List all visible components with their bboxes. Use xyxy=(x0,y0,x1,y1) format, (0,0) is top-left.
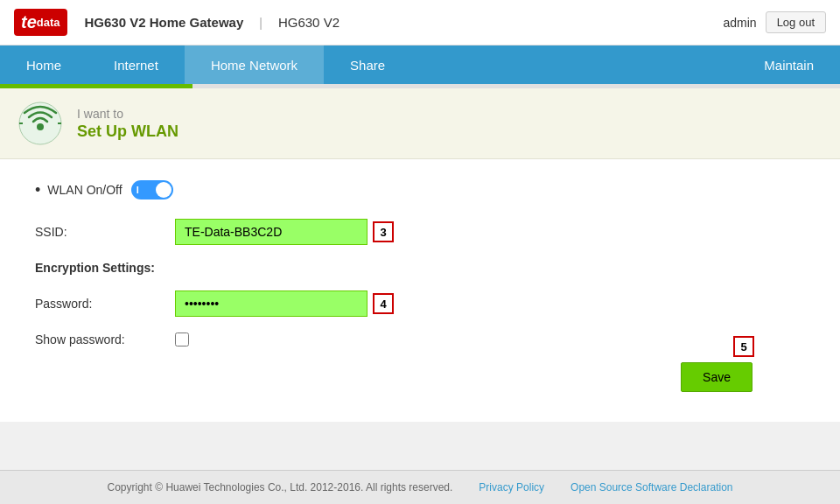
open-source-link[interactable]: Open Source Software Declaration xyxy=(570,481,732,494)
i-want-to: I want to xyxy=(77,107,178,121)
admin-label: admin xyxy=(723,16,756,30)
privacy-policy-link[interactable]: Privacy Policy xyxy=(479,481,544,494)
toggle-on-text: I xyxy=(136,185,139,195)
save-badge: 5 xyxy=(733,336,754,357)
wlan-label: WLAN On/Off xyxy=(47,183,122,197)
logo-data: data xyxy=(37,16,60,29)
svg-point-1 xyxy=(37,123,44,130)
setup-wlan: Set Up WLAN xyxy=(77,122,178,141)
header-right: admin Log out xyxy=(723,11,826,33)
wlan-toggle[interactable]: I xyxy=(131,180,173,200)
footer: Copyright © Huawei Technologies Co., Ltd… xyxy=(0,470,840,504)
logo-te: te xyxy=(21,12,37,32)
ssid-label: SSID: xyxy=(35,225,175,239)
logo-area: tedata HG630 V2 Home Gateway | HG630 V2 xyxy=(14,9,340,36)
nav-share[interactable]: Share xyxy=(324,46,411,84)
password-label: Password: xyxy=(35,297,175,311)
nav-internet[interactable]: Internet xyxy=(88,46,185,84)
gateway-model: HG630 V2 xyxy=(278,15,340,30)
wlan-row: • WLAN On/Off I xyxy=(35,180,805,200)
password-row: Password: 4 xyxy=(35,290,805,317)
gateway-title: HG630 V2 Home Gateway xyxy=(85,15,244,30)
nav-maintain[interactable]: Maintain xyxy=(738,46,840,84)
nav-spacer xyxy=(411,46,738,84)
header: tedata HG630 V2 Home Gateway | HG630 V2 … xyxy=(0,0,840,46)
save-button[interactable]: Save xyxy=(681,362,752,392)
show-password-checkbox[interactable] xyxy=(175,332,189,346)
wifi-icon xyxy=(18,101,63,146)
wlan-bullet: • xyxy=(35,181,40,200)
encryption-settings-row: Encryption Settings: xyxy=(35,261,805,275)
ssid-input[interactable] xyxy=(175,219,368,245)
page-header-text: I want to Set Up WLAN xyxy=(77,107,178,141)
nav-home-network[interactable]: Home Network xyxy=(185,46,324,84)
toggle-knob xyxy=(156,182,172,198)
logout-button[interactable]: Log out xyxy=(766,11,826,33)
password-input-wrapper: 4 xyxy=(175,290,394,317)
separator: | xyxy=(259,16,262,30)
save-area: 5 Save xyxy=(35,362,805,392)
password-badge: 4 xyxy=(373,293,394,314)
copyright-text: Copyright © Huawei Technologies Co., Ltd… xyxy=(108,481,453,494)
encryption-label: Encryption Settings: xyxy=(35,261,175,275)
ssid-badge: 3 xyxy=(373,221,394,242)
logo-box: tedata xyxy=(14,9,67,36)
ssid-row: SSID: 3 xyxy=(35,219,805,245)
page-header: I want to Set Up WLAN xyxy=(0,88,840,159)
nav-home[interactable]: Home xyxy=(0,46,88,84)
password-input[interactable] xyxy=(175,290,368,317)
ssid-input-wrapper: 3 xyxy=(175,219,394,245)
navbar: Home Internet Home Network Share Maintai… xyxy=(0,46,840,84)
show-password-label: Show password: xyxy=(35,332,175,346)
main-content: • WLAN On/Off I SSID: 3 Encryption Setti… xyxy=(0,159,840,422)
show-password-row: Show password: xyxy=(35,332,805,346)
